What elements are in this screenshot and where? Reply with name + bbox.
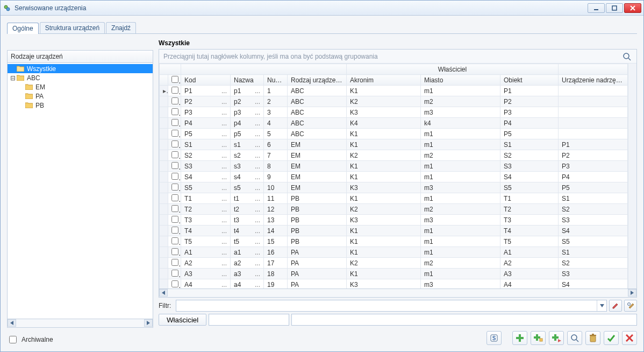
cell-nazwa[interactable]: s3 ... [231, 161, 264, 172]
settings-button[interactable]: S [486, 331, 502, 345]
cell-kod[interactable]: P1 ... [181, 86, 231, 96]
cell-miasto[interactable]: m1 [421, 139, 500, 150]
cell-obiekt[interactable]: T3 [500, 215, 559, 226]
cell-rodzaj[interactable]: ABC [288, 129, 347, 139]
grid-hscroll[interactable] [159, 289, 637, 298]
table-row[interactable]: S5 ...s5 ...10EMK3m3S5P5 [160, 182, 628, 193]
tab-struktura-urządzeń[interactable]: Struktura urządzeń [40, 22, 105, 33]
cell-obiekt[interactable]: P4 [500, 118, 559, 129]
table-row[interactable]: P4 ...p4 ...4ABCK4k4P4 [160, 118, 628, 129]
cell-nadrz[interactable]: S2 [559, 204, 628, 215]
cell-kod[interactable]: S2 ... [181, 150, 231, 161]
cell-akronim[interactable]: K3 [347, 279, 421, 289]
row-checkbox[interactable] [171, 151, 178, 158]
cell-nadrz[interactable]: P3 [559, 161, 628, 172]
cell-miasto[interactable]: m1 [421, 129, 500, 139]
cell-numer[interactable]: 18 [264, 269, 288, 279]
close-button[interactable] [624, 3, 641, 13]
cell-obiekt[interactable]: T1 [500, 193, 559, 204]
cell-numer[interactable]: 10 [264, 182, 288, 193]
cell-rodzaj[interactable]: PA [288, 258, 347, 269]
cell-kod[interactable]: P5 ... [181, 129, 231, 139]
cell-nazwa[interactable]: p3 ... [231, 107, 264, 118]
cell-obiekt[interactable]: A1 [500, 247, 559, 258]
cell-nadrz[interactable] [559, 86, 628, 96]
col-nadrz[interactable]: Urządzenie nadrzędne [559, 75, 628, 86]
view-button[interactable] [567, 331, 582, 345]
devices-grid[interactable]: Właściciel Kod Nazwa Nu [159, 64, 628, 288]
cell-akronim[interactable]: K3 [347, 182, 421, 193]
cell-nadrz[interactable]: S5 [559, 236, 628, 247]
grid-vscroll[interactable] [628, 64, 636, 288]
cell-nadrz[interactable] [559, 118, 628, 129]
delete-button[interactable] [585, 331, 600, 345]
cell-kod[interactable]: T5 ... [181, 236, 231, 247]
cell-kod[interactable]: A3 ... [181, 269, 231, 279]
device-type-tree[interactable]: Wszystkie⊟ABCEMPAPB [7, 62, 153, 319]
tree-node[interactable]: PB [8, 101, 153, 110]
tree-node[interactable]: Wszystkie [8, 64, 153, 73]
table-row[interactable]: S4 ...s4 ...9EMK1m1S4P4 [160, 172, 628, 182]
grid-scroll-right-icon[interactable] [628, 289, 636, 297]
table-row[interactable]: A1 ...a1 ...16PAK1m1A1S1 [160, 247, 628, 258]
cell-numer[interactable]: 12 [264, 204, 288, 215]
row-checkbox[interactable] [171, 162, 178, 169]
cell-numer[interactable]: 15 [264, 236, 288, 247]
cell-kod[interactable]: P4 ... [181, 118, 231, 129]
cell-numer[interactable]: 5 [264, 129, 288, 139]
row-checkbox[interactable] [171, 237, 178, 244]
scroll-right-icon[interactable] [144, 319, 153, 327]
cell-obiekt[interactable]: S4 [500, 172, 559, 182]
cell-rodzaj[interactable]: ABC [288, 107, 347, 118]
row-checkbox[interactable] [171, 194, 178, 201]
cell-kod[interactable]: S1 ... [181, 139, 231, 150]
tree-node[interactable]: EM [8, 82, 153, 91]
cell-akronim[interactable]: K1 [347, 139, 421, 150]
owner-button[interactable]: Właściciel [159, 314, 206, 326]
cell-obiekt[interactable]: S2 [500, 150, 559, 161]
cell-rodzaj[interactable]: EM [288, 172, 347, 182]
cell-miasto[interactable]: m1 [421, 86, 500, 96]
cell-numer[interactable]: 13 [264, 215, 288, 226]
filter-input[interactable] [176, 302, 597, 309]
cell-obiekt[interactable]: S5 [500, 182, 559, 193]
cell-numer[interactable]: 7 [264, 150, 288, 161]
cell-kod[interactable]: P2 ... [181, 96, 231, 107]
archive-checkbox[interactable] [9, 336, 17, 343]
col-nazwa[interactable]: Nazwa [231, 75, 264, 86]
cell-miasto[interactable]: m2 [421, 258, 500, 269]
cell-miasto[interactable]: m1 [421, 193, 500, 204]
cell-obiekt[interactable]: P1 [500, 86, 559, 96]
scroll-left-icon[interactable] [8, 319, 16, 327]
add-linked-button[interactable] [549, 331, 564, 345]
confirm-button[interactable] [604, 331, 619, 345]
cell-nazwa[interactable]: a1 ... [231, 247, 264, 258]
cell-nadrz[interactable]: P5 [559, 182, 628, 193]
col-miasto[interactable]: Miasto [421, 75, 500, 86]
tree-hscroll[interactable] [7, 319, 153, 328]
table-row[interactable]: S1 ...s1 ...6EMK1m1S1P1 [160, 139, 628, 150]
cell-rodzaj[interactable]: PB [288, 215, 347, 226]
cell-akronim[interactable]: K1 [347, 129, 421, 139]
table-row[interactable]: A2 ...a2 ...17PAK2m2A2S2 [160, 258, 628, 269]
cell-obiekt[interactable]: T5 [500, 236, 559, 247]
cell-nazwa[interactable]: t3 ... [231, 215, 264, 226]
cell-nadrz[interactable]: P1 [559, 139, 628, 150]
cell-nadrz[interactable]: P4 [559, 172, 628, 182]
cell-akronim[interactable]: K2 [347, 96, 421, 107]
cell-rodzaj[interactable]: ABC [288, 96, 347, 107]
row-checkbox[interactable] [171, 205, 178, 212]
cell-rodzaj[interactable]: ABC [288, 118, 347, 129]
cell-kod[interactable]: S4 ... [181, 172, 231, 182]
tree-node[interactable]: PA [8, 91, 153, 101]
tab-znajdź[interactable]: Znajdź [106, 22, 136, 33]
row-checkbox[interactable] [171, 97, 178, 104]
cell-obiekt[interactable]: A3 [500, 269, 559, 279]
cell-akronim[interactable]: K2 [347, 150, 421, 161]
minimize-button[interactable] [588, 3, 605, 13]
cell-obiekt[interactable]: P5 [500, 129, 559, 139]
cell-akronim[interactable]: K1 [347, 172, 421, 182]
cell-miasto[interactable]: m1 [421, 247, 500, 258]
cell-obiekt[interactable]: P2 [500, 96, 559, 107]
cell-nadrz[interactable]: S4 [559, 226, 628, 236]
